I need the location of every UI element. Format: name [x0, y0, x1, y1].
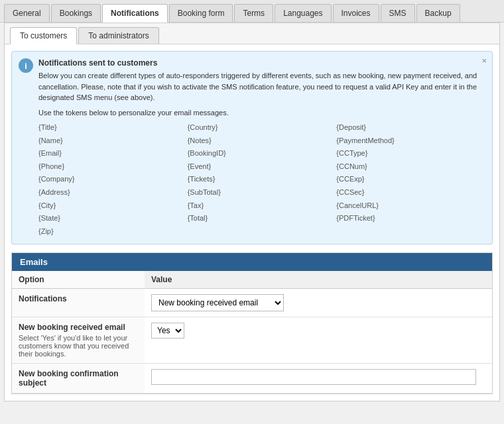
token: {Total}: [188, 213, 337, 225]
top-tab-bar: General Bookings Notifications Booking f…: [0, 0, 504, 23]
token-col-2: {Country} {Notes} {BookingID} {Event} {T…: [188, 122, 337, 237]
token: {Event}: [188, 161, 337, 173]
table-row: New booking confirmation subject: [12, 364, 492, 394]
token-grid: {Title} {Name} {Email} {Phone} {Company}…: [38, 122, 485, 237]
token: {Tax}: [188, 200, 337, 212]
option-value-notifications: New booking received email New payment r…: [145, 289, 492, 317]
token: {CCType}: [336, 148, 485, 160]
token: {CancelURL}: [336, 200, 485, 212]
token: {City}: [38, 200, 188, 212]
tab-languages[interactable]: Languages: [275, 4, 331, 22]
token: {Notes}: [188, 135, 337, 147]
option-label-confirmation-subject: New booking confirmation subject: [12, 364, 145, 394]
notifications-select[interactable]: New booking received email New payment r…: [151, 294, 284, 311]
token-col-1: {Title} {Name} {Email} {Phone} {Company}…: [38, 122, 188, 237]
option-sublabel: Select 'Yes' if you'd like to let your c…: [19, 334, 138, 358]
token: {BookingID}: [188, 148, 337, 160]
tab-bookings[interactable]: Bookings: [51, 4, 101, 22]
token: {Tickets}: [188, 174, 337, 186]
options-table: Option Value Notifications New booking r…: [12, 271, 492, 394]
token: {CCSec}: [336, 187, 485, 199]
token: {Address}: [38, 187, 188, 199]
token: {State}: [38, 213, 188, 225]
token-intro: Use the tokens below to personalize your…: [38, 107, 485, 119]
tab-backup[interactable]: Backup: [416, 4, 460, 22]
option-value-confirmation-subject: [145, 364, 492, 394]
info-box: i × Notifications sent to customers Belo…: [11, 51, 493, 244]
token: {Title}: [38, 122, 188, 134]
token: {PaymentMethod}: [336, 135, 485, 147]
tab-sms[interactable]: SMS: [381, 4, 415, 22]
sub-tab-to-administrators[interactable]: To administrators: [78, 27, 158, 44]
close-icon[interactable]: ×: [481, 56, 487, 66]
sub-tab-to-customers[interactable]: To customers: [10, 27, 77, 44]
info-title: Notifications sent to customers: [38, 58, 485, 68]
emails-header: Emails: [12, 253, 492, 271]
emails-section: Emails Option Value Notifications New bo…: [11, 252, 493, 394]
option-value-new-booking: Yes No: [145, 317, 492, 364]
token: {CCExp}: [336, 174, 485, 186]
tab-invoices[interactable]: Invoices: [333, 4, 379, 22]
col-header-value: Value: [145, 271, 492, 289]
token: {Name}: [38, 135, 188, 147]
confirmation-subject-input[interactable]: [151, 369, 476, 385]
tab-terms[interactable]: Terms: [234, 4, 273, 22]
token-col-3: {Deposit} {PaymentMethod} {CCType} {CCNu…: [336, 122, 485, 237]
tab-booking-form[interactable]: Booking form: [169, 4, 233, 22]
table-row: New booking received email Select 'Yes' …: [12, 317, 492, 364]
info-icon: i: [19, 58, 33, 73]
tab-notifications[interactable]: Notifications: [102, 4, 168, 23]
token: {Phone}: [38, 161, 188, 173]
token: {Zip}: [38, 226, 188, 238]
main-content: To customers To administrators i × Notif…: [4, 23, 500, 401]
token: {Deposit}: [336, 122, 485, 134]
table-row: Notifications New booking received email…: [12, 289, 492, 317]
option-label-new-booking: New booking received email Select 'Yes' …: [12, 317, 145, 364]
option-label-notifications: Notifications: [12, 289, 145, 317]
col-header-option: Option: [12, 271, 145, 289]
info-body: Below you can create different types of …: [38, 70, 485, 103]
token: {SubTotal}: [188, 187, 337, 199]
notifications-dropdown-container: New booking received email New payment r…: [151, 294, 485, 311]
token: {PDFTicket}: [336, 213, 485, 225]
token: {Company}: [38, 174, 188, 186]
token: {CCNum}: [336, 161, 485, 173]
sub-tab-bar: To customers To administrators: [5, 23, 499, 44]
new-booking-yes-no-select[interactable]: Yes No: [151, 323, 184, 339]
tab-general[interactable]: General: [4, 4, 50, 22]
token: {Country}: [188, 122, 337, 134]
token: {Email}: [38, 148, 188, 160]
